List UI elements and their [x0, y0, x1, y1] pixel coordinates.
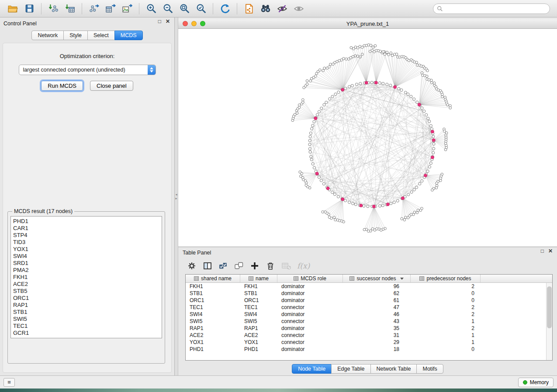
panel-splitter[interactable]: ◂ ▸	[175, 17, 178, 375]
cell-name: SWI5	[240, 318, 277, 324]
column-header-predecessor-nodes[interactable]: predecessor nodes	[411, 275, 481, 282]
float-panel-icon[interactable]: □	[158, 19, 161, 24]
collapse-left-icon[interactable]: ◂	[175, 193, 177, 196]
mcds-result-group: MCDS result (17 nodes) PHD1CAR1STP4TID3Y…	[7, 208, 165, 364]
column-label: successor nodes	[356, 275, 396, 282]
mcds-result-item[interactable]: CAR1	[13, 225, 159, 232]
table-row[interactable]: TEC1 TEC1 connector 47 2	[186, 304, 552, 311]
show-columns-button[interactable]	[201, 259, 214, 272]
table-row[interactable]: FKH1 FKH1 dominator 96 2	[186, 283, 552, 290]
export-table-button[interactable]	[103, 2, 118, 16]
table-row[interactable]: SWI5 SWI5 connector 43 1	[186, 318, 552, 325]
mcds-result-item[interactable]: ACE2	[13, 281, 159, 288]
create-column-button[interactable]	[248, 259, 261, 272]
table-row[interactable]: YOX1 YOX1 connector 29 1	[186, 339, 552, 346]
clear-table-button-disabled[interactable]	[280, 259, 293, 272]
mcds-result-item[interactable]: STB1	[13, 309, 159, 316]
float-table-panel-icon[interactable]: □	[541, 248, 544, 254]
cell-mcds-role: dominator	[277, 346, 343, 352]
cell-predecessor-nodes: 1	[411, 339, 481, 345]
column-header-successor-nodes[interactable]: successor nodes	[343, 275, 411, 282]
table-row[interactable]: STB1 STB1 dominator 62 0	[186, 290, 552, 297]
find-icon	[260, 3, 271, 14]
tab-edge-table[interactable]: Edge Table	[331, 364, 370, 374]
mcds-result-item[interactable]: YOX1	[13, 246, 159, 253]
cell-predecessor-nodes: 1	[411, 332, 481, 338]
table-row[interactable]: SWI4 SWI4 dominator 46 2	[186, 311, 552, 318]
find-button[interactable]	[258, 2, 273, 16]
column-header-name[interactable]: name	[240, 275, 277, 282]
export-network-button[interactable]	[86, 2, 102, 16]
network-canvas[interactable]	[178, 29, 557, 247]
mcds-result-item[interactable]: TEC1	[13, 323, 159, 330]
table-row[interactable]: PHD1 PHD1 dominator 18 0	[186, 346, 552, 353]
network-view-title: YPA_prune.txt_1	[346, 21, 389, 27]
open-session-button[interactable]	[5, 2, 21, 16]
mcds-result-item[interactable]: TID3	[13, 239, 159, 246]
column-header-shared-name[interactable]: shared name	[186, 275, 240, 282]
zoom-fit-button[interactable]	[176, 2, 192, 16]
tab-node-table[interactable]: Node Table	[292, 364, 332, 374]
cell-shared-name: SWI4	[186, 311, 240, 317]
mcds-result-item[interactable]: FKH1	[13, 274, 159, 281]
window-zoom-button[interactable]	[200, 21, 205, 26]
import-network-button[interactable]	[45, 2, 61, 16]
cell-predecessor-nodes: 0	[411, 297, 481, 303]
select-all-rows-button[interactable]	[217, 259, 230, 272]
column-header-mcds-role[interactable]: MCDS role	[277, 275, 343, 282]
table-panel: Table Panel □ ✕	[178, 247, 557, 375]
search-input[interactable]	[443, 5, 546, 12]
zoom-selected-button[interactable]	[193, 2, 209, 16]
show-all-icon	[293, 3, 304, 14]
close-panel-icon[interactable]: ✕	[166, 19, 170, 24]
mcds-result-item[interactable]: SWI4	[13, 253, 159, 260]
window-close-button[interactable]	[183, 21, 188, 26]
cell-name: FKH1	[240, 283, 277, 289]
import-table-button[interactable]	[62, 2, 78, 16]
zoom-in-button[interactable]	[143, 2, 159, 16]
mcds-result-item[interactable]: PHD1	[13, 218, 159, 225]
function-builder-button-disabled[interactable]: f(x)	[295, 261, 311, 270]
hide-selection-button[interactable]	[274, 2, 290, 16]
mcds-result-item[interactable]: PMA2	[13, 267, 159, 274]
table-scrollbar-thumb[interactable]	[547, 286, 552, 328]
mcds-result-list[interactable]: PHD1CAR1STP4TID3YOX1SWI4SRD1PMA2FKH1ACE2…	[10, 216, 162, 338]
export-image-button[interactable]	[119, 2, 135, 16]
tab-mcds[interactable]: MCDS	[114, 31, 143, 40]
mcds-result-item[interactable]: GCR1	[13, 330, 159, 337]
run-mcds-button[interactable]: Run MCDS	[41, 81, 83, 91]
share-document-button[interactable]	[241, 2, 257, 16]
close-panel-button[interactable]: Close panel	[90, 81, 133, 91]
collapse-right-icon[interactable]: ▸	[175, 197, 177, 200]
status-menu-button[interactable]: ≡	[3, 378, 15, 387]
cell-mcds-role: dominator	[277, 283, 343, 289]
memory-button[interactable]: Memory	[518, 378, 554, 387]
node-table-header: shared name name MCDS role successor nod…	[186, 275, 552, 283]
optimization-criterion-dropdown[interactable]: largest connected component (undirected)	[19, 65, 156, 75]
tab-network[interactable]: Network	[31, 31, 64, 40]
mcds-result-item[interactable]: STP4	[13, 232, 159, 239]
table-row[interactable]: ACE2 ACE2 connector 31 1	[186, 332, 552, 339]
cell-name: STB1	[240, 290, 277, 296]
mcds-result-item[interactable]: RAP1	[13, 302, 159, 309]
table-settings-button[interactable]	[185, 259, 198, 272]
deselect-all-rows-button[interactable]	[232, 259, 246, 272]
tab-style[interactable]: Style	[63, 31, 88, 40]
mcds-result-item[interactable]: ORC1	[13, 295, 159, 302]
tab-motifs[interactable]: Motifs	[416, 364, 443, 374]
tab-network-table[interactable]: Network Table	[370, 364, 417, 374]
table-row[interactable]: RAP1 RAP1 dominator 35 2	[186, 325, 552, 332]
table-row[interactable]: ORC1 ORC1 dominator 61 0	[186, 297, 552, 304]
tab-select[interactable]: Select	[87, 31, 115, 40]
delete-column-button[interactable]	[264, 259, 277, 272]
apply-layout-button[interactable]	[217, 2, 233, 16]
mcds-result-item[interactable]: SRD1	[13, 260, 159, 267]
close-table-panel-icon[interactable]: ✕	[548, 248, 553, 254]
mcds-result-item[interactable]: SWI5	[13, 316, 159, 323]
show-all-button[interactable]	[291, 2, 307, 16]
zoom-out-button[interactable]	[160, 2, 176, 16]
table-scrollbar[interactable]	[546, 283, 552, 360]
mcds-result-item[interactable]: STB5	[13, 288, 159, 295]
window-minimize-button[interactable]	[191, 21, 197, 26]
save-session-button[interactable]	[21, 2, 37, 16]
